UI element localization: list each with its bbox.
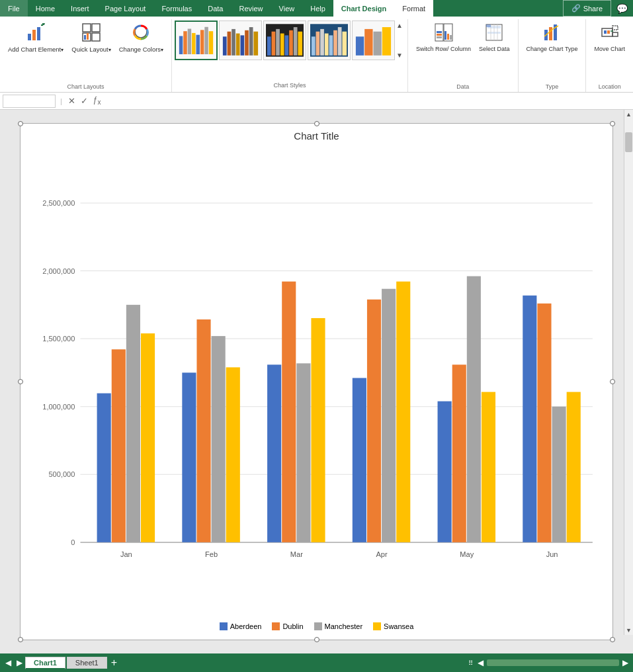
ribbon-tabs: File Home Insert Page Layout Formulas Da… (0, 0, 633, 17)
handle-bottom-center[interactable] (314, 637, 319, 642)
share-button[interactable]: 🔗 Share (563, 0, 611, 17)
change-chart-type-icon (543, 23, 562, 44)
svg-rect-44 (329, 35, 333, 55)
svg-text:1,000,000: 1,000,000 (42, 403, 75, 411)
select-data-button[interactable]: Select Data (475, 21, 514, 56)
hscroll-left[interactable]: ◀ (476, 658, 485, 667)
svg-rect-16 (188, 29, 192, 55)
svg-rect-18 (196, 35, 200, 54)
name-box[interactable] (3, 95, 56, 108)
add-sheet-button[interactable]: + (108, 657, 120, 669)
svg-rect-17 (192, 33, 196, 54)
svg-rect-22 (223, 36, 227, 56)
legend-swatch-dublin (272, 622, 280, 630)
svg-rect-29 (254, 32, 259, 56)
switch-row-column-button[interactable]: Switch Row/ Column (412, 21, 475, 56)
legend-swatch-aberdeen (220, 622, 228, 630)
chart-style-2[interactable] (219, 21, 262, 60)
scroll-down-button[interactable]: ▼ (624, 626, 634, 635)
chart-style-3[interactable] (263, 21, 306, 60)
bar-may-swansea (482, 392, 495, 542)
bar-may-manchester (467, 276, 481, 542)
tab-home[interactable]: Home (28, 0, 63, 17)
sheet-tab-chart1[interactable]: Chart1 (25, 657, 65, 669)
svg-rect-73 (604, 30, 607, 34)
formula-input[interactable] (105, 95, 630, 108)
styles-scroll-down[interactable]: ▼ (396, 52, 403, 59)
svg-text:500,000: 500,000 (48, 470, 75, 478)
comment-button[interactable]: 💬 (611, 0, 633, 17)
chart-layouts-label: Chart Layouts (0, 83, 171, 90)
sheet-nav-left[interactable]: ◀ (3, 658, 14, 667)
svg-rect-36 (289, 30, 293, 56)
styles-scroll-up[interactable]: ▲ (396, 22, 403, 29)
handle-bottom-left[interactable] (18, 637, 23, 642)
svg-rect-40 (312, 36, 316, 56)
quick-layout-label: Quick Layout▾ (71, 46, 110, 53)
svg-rect-68 (486, 24, 491, 27)
cancel-formula-button[interactable]: ✕ (67, 96, 77, 106)
legend-label-aberdeen: Aberdeen (230, 622, 262, 630)
legend-label-dublin: Dublin (282, 622, 303, 630)
svg-rect-58 (447, 34, 449, 40)
chart-style-5[interactable] (352, 21, 395, 60)
bar-mar-aberdeen (267, 364, 281, 542)
sheet-nav-right[interactable]: ▶ (14, 658, 25, 667)
scroll-up-button[interactable]: ▲ (624, 110, 634, 119)
bar-jan-manchester (126, 305, 140, 542)
tab-view[interactable]: View (271, 0, 303, 17)
svg-rect-50 (374, 32, 382, 56)
svg-rect-51 (382, 27, 391, 56)
tab-formulas[interactable]: Formulas (153, 0, 200, 17)
svg-text:Apr: Apr (376, 550, 388, 558)
bar-jan-swansea (141, 333, 155, 542)
handle-top-right[interactable] (610, 121, 615, 126)
sheet-tab-sheet1[interactable]: Sheet1 (67, 657, 107, 669)
svg-rect-33 (276, 29, 280, 56)
bar-apr-dublin (367, 300, 381, 542)
handle-top-center[interactable] (314, 121, 319, 126)
scroll-track[interactable] (624, 119, 633, 626)
svg-text:May: May (460, 550, 474, 558)
move-chart-button[interactable]: Move Chart (590, 21, 629, 56)
add-chart-element-icon (26, 23, 45, 44)
bar-jun-manchester (552, 407, 566, 542)
legend-swansea: Swansea (373, 622, 413, 630)
hscroll-bar[interactable] (487, 659, 619, 666)
tab-data[interactable]: Data (200, 0, 231, 17)
handle-right-center[interactable] (610, 379, 615, 384)
change-chart-type-button[interactable]: Change Chart Type (523, 21, 582, 56)
hscroll-dots: ⠿ (466, 659, 476, 667)
add-chart-element-button[interactable]: Add Chart Element▾ (4, 21, 67, 56)
hscroll-right[interactable]: ▶ (620, 658, 630, 667)
handle-left-center[interactable] (18, 379, 23, 384)
chart-style-4[interactable] (308, 21, 351, 60)
horizontal-scroll-area[interactable]: ⠿ ◀ ▶ (466, 658, 630, 667)
scroll-thumb[interactable] (625, 132, 632, 152)
bar-feb-manchester (212, 336, 226, 542)
chart-title[interactable]: Chart Title (21, 130, 612, 142)
chart-style-1[interactable] (175, 21, 218, 60)
switch-row-column-label: Switch Row/ Column (416, 46, 471, 53)
change-colors-button[interactable]: Change Colors▾ (115, 21, 167, 56)
quick-layout-button[interactable]: Quick Layout▾ (67, 21, 114, 56)
tab-file[interactable]: File (0, 0, 28, 17)
change-colors-icon (132, 23, 150, 44)
vertical-scrollbar[interactable]: ▲ ▼ (624, 110, 633, 635)
tab-help[interactable]: Help (302, 0, 333, 17)
tab-format[interactable]: Format (394, 0, 433, 17)
handle-bottom-right[interactable] (610, 637, 615, 642)
bar-jan-dublin (112, 349, 126, 542)
confirm-formula-button[interactable]: ✓ (79, 96, 89, 106)
chart-styles-scrollbar[interactable]: ▲ ▼ (396, 21, 403, 60)
svg-rect-7 (83, 24, 91, 32)
svg-rect-14 (179, 36, 183, 55)
insert-function-button[interactable]: ƒx (92, 95, 103, 106)
tab-chart-design[interactable]: Chart Design (333, 0, 394, 17)
change-colors-label: Change Colors▾ (119, 46, 163, 53)
tab-insert[interactable]: Insert (63, 0, 97, 17)
tab-review[interactable]: Review (231, 0, 271, 17)
svg-rect-15 (183, 31, 187, 54)
handle-top-left[interactable] (18, 121, 23, 126)
tab-page-layout[interactable]: Page Layout (97, 0, 154, 17)
